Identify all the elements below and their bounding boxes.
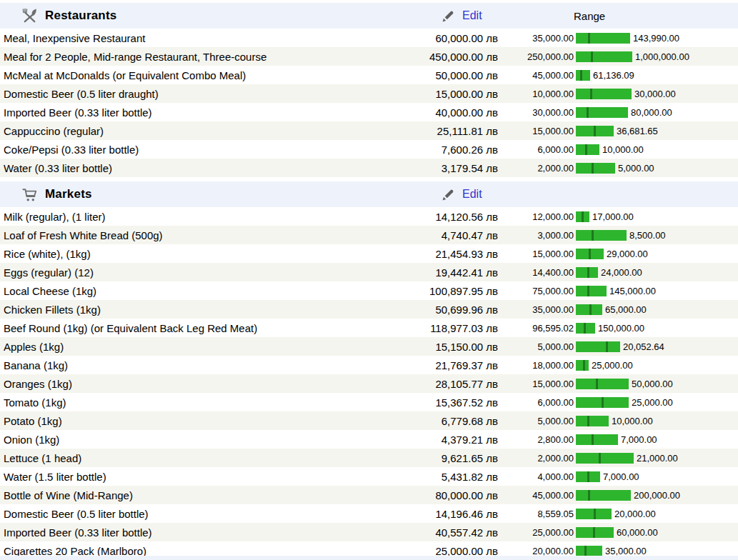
range-min: 5,000.00: [498, 416, 574, 426]
range-bar: [576, 70, 590, 81]
item-name: Potato (1kg): [0, 415, 351, 427]
range-cell: 12,000.00 17,000.00: [498, 211, 634, 222]
item-price: 9,621.65 лв: [351, 452, 498, 464]
table-row: Apples (1kg) 15,150.00 лв 5,000.00 20,05…: [0, 337, 738, 356]
average-marker: [591, 51, 593, 62]
average-marker: [582, 211, 584, 222]
item-name: Bottle of Wine (Mid-Range): [0, 489, 351, 501]
range-min: 45,000.00: [498, 70, 574, 81]
range-max: 17,000.00: [592, 211, 634, 222]
range-min: 3,000.00: [498, 230, 574, 241]
range-bar: [576, 33, 630, 44]
range-min: 35,000.00: [498, 304, 574, 315]
range-min: 15,000.00: [498, 249, 574, 259]
pencil-icon: [441, 187, 456, 202]
range-cell: 3,000.00 8,500.00: [498, 230, 666, 241]
average-marker: [606, 341, 608, 352]
average-marker: [593, 527, 595, 538]
range-max: 7,000.00: [621, 434, 657, 445]
range-cell: 25,000.00 60,000.00: [498, 527, 658, 538]
range-cell: 5,000.00 10,000.00: [498, 416, 653, 426]
range-bar: [576, 267, 598, 278]
range-bar: [576, 304, 602, 315]
item-price: 28,105.77 лв: [351, 378, 498, 390]
section-rows: Milk (regular), (1 liter) 14,120.56 лв 1…: [0, 207, 738, 560]
range-max: 10,000.00: [602, 144, 644, 155]
range-max: 20,052.64: [623, 341, 664, 352]
table-row: Tomato (1kg) 15,367.52 лв 6,000.00 25,00…: [0, 393, 738, 411]
range-max: 29,000.00: [607, 249, 648, 259]
range-max: 61,136.09: [593, 70, 634, 81]
range-min: 6,000.00: [498, 144, 574, 155]
range-max: 10,000.00: [612, 416, 653, 426]
cost-of-living-page: Restaurants Edit Range Meal, Inexpensive…: [0, 0, 738, 560]
range-bar: [576, 126, 614, 136]
range-cell: 96,595.02 150,000.00: [498, 323, 644, 334]
item-price: 15,150.00 лв: [351, 341, 498, 353]
range-max: 143,990.00: [633, 33, 679, 44]
range-cell: 15,000.00 36,681.65: [498, 126, 658, 136]
range-bar: [576, 527, 614, 538]
average-marker: [590, 89, 592, 99]
average-marker: [594, 126, 596, 136]
range-max: 36,681.65: [617, 126, 658, 136]
range-min: 25,000.00: [498, 527, 574, 538]
table-row: Loaf of Fresh White Bread (500g) 4,740.4…: [0, 226, 738, 244]
range-min: 14,400.00: [498, 267, 574, 278]
range-bar: [576, 490, 631, 501]
table-row: Domestic Beer (0.5 liter bottle) 14,196.…: [0, 504, 738, 523]
item-name: Meal, Inexpensive Restaurant: [0, 32, 351, 44]
table-row: Local Cheese (1kg) 100,897.95 лв 75,000.…: [0, 281, 738, 300]
item-name: Lettuce (1 head): [0, 452, 351, 464]
range-bar: [576, 249, 604, 259]
pencil-icon: [441, 9, 456, 24]
range-min: 6,000.00: [498, 397, 574, 408]
average-marker: [592, 230, 594, 241]
range-cell: 250,000.00 1,000,000.00: [498, 51, 689, 62]
average-marker: [587, 107, 589, 118]
item-price: 21,454.93 лв: [351, 248, 498, 260]
item-name: Cappuccino (regular): [0, 125, 351, 137]
range-bar: [576, 434, 618, 445]
item-price: 5,431.82 лв: [351, 471, 498, 483]
average-marker: [587, 471, 589, 482]
range-bar: [576, 416, 609, 426]
table-row: Potato (1kg) 6,779.68 лв 5,000.00 10,000…: [0, 411, 738, 430]
item-price: 50,699.96 лв: [351, 304, 498, 316]
section-header: Restaurants Edit Range: [0, 3, 738, 29]
range-min: 250,000.00: [498, 51, 574, 62]
range-cell: 2,800.00 7,000.00: [498, 434, 657, 445]
range-max: 8,500.00: [629, 230, 666, 241]
range-cell: 75,000.00 145,000.00: [498, 286, 656, 296]
item-name: Onion (1kg): [0, 434, 351, 446]
range-min: 20,000.00: [498, 546, 574, 556]
table-row: Eggs (regular) (12) 19,442.41 лв 14,400.…: [0, 263, 738, 281]
edit-link[interactable]: Edit: [441, 3, 482, 29]
item-price: 60,000.00 лв: [351, 32, 498, 44]
range-bar: [576, 360, 589, 371]
item-price: 25,000.00 лв: [351, 545, 498, 557]
range-max: 35,000.00: [605, 546, 647, 556]
range-bar: [576, 379, 629, 389]
section-title: Markets: [45, 187, 92, 201]
range-max: 25,000.00: [592, 360, 633, 371]
range-bar: [576, 397, 629, 408]
item-name: Local Cheese (1kg): [0, 285, 351, 297]
range-min: 30,000.00: [498, 107, 574, 118]
item-price: 14,196.46 лв: [351, 508, 498, 520]
item-price: 7,600.26 лв: [351, 144, 498, 156]
range-cell: 18,000.00 25,000.00: [498, 360, 633, 371]
price-section: Restaurants Edit Range Meal, Inexpensive…: [0, 3, 738, 177]
table-row: Banana (1kg) 21,769.37 лв 18,000.00 25,0…: [0, 356, 738, 374]
edit-link[interactable]: Edit: [441, 181, 482, 207]
average-marker: [580, 70, 582, 81]
item-name: Imported Beer (0.33 liter bottle): [0, 526, 351, 539]
average-marker: [584, 323, 586, 334]
item-price: 118,977.03 лв: [351, 322, 498, 334]
range-min: 2,000.00: [498, 163, 574, 174]
item-name: Coke/Pepsi (0.33 liter bottle): [0, 144, 351, 156]
range-min: 2,800.00: [498, 434, 574, 445]
range-max: 60,000.00: [617, 527, 658, 538]
item-name: Rice (white), (1kg): [0, 248, 351, 260]
item-name: Eggs (regular) (12): [0, 266, 351, 279]
